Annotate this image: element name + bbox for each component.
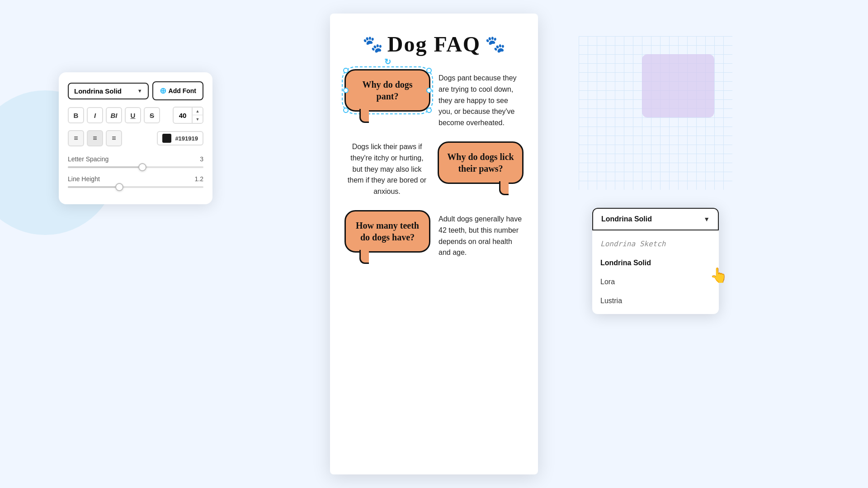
faq-item-2: Why do dogs lick their paws? Dogs lick t… [344,141,524,197]
paw-icon-left: 🐾 [363,35,383,54]
align-row: ≡ ≡ ≡ #191919 [68,130,203,146]
line-height-label: Line Height [68,175,100,183]
line-height-value: 1.2 [195,175,203,183]
italic-button[interactable]: I [87,107,103,123]
color-box [162,134,171,143]
resize-tr-1[interactable] [426,68,432,73]
letter-spacing-label: Letter Spacing [68,155,108,163]
font-selector[interactable]: Londrina Solid ▼ [68,83,149,99]
resize-mr-1[interactable] [426,88,432,93]
letter-spacing-fill [68,166,142,168]
dropdown-item-lora[interactable]: Lora [592,272,719,291]
color-hex: #191919 [175,135,198,142]
faq-bubble-3-wrapper: How many teeth do dogs have? [344,210,430,253]
font-size-value[interactable]: 40 [174,112,192,119]
dropdown-item-lustria[interactable]: Lustria [592,291,719,310]
faq-bubble-1-wrapper: ↻ Why do dogs pant? [344,69,430,112]
line-height-thumb[interactable] [115,183,123,191]
underline-button[interactable]: U [125,107,141,123]
style-buttons-row: B I BI U S 40 ▲ ▼ [68,107,203,124]
letter-spacing-track[interactable] [68,166,203,168]
font-size-arrows: ▲ ▼ [192,108,203,123]
resize-br-1[interactable] [426,108,432,113]
letter-spacing-value: 3 [200,155,203,163]
add-font-button[interactable]: ⊕ Add Font [152,81,203,100]
letter-spacing-section: Letter Spacing 3 [68,155,203,168]
resize-tl-1[interactable] [343,68,349,73]
font-size-control: 40 ▲ ▼ [173,107,203,124]
faq-answer-1: Dogs pant because they are trying to coo… [439,69,524,129]
document-title-row: 🐾 Dog FAQ 🐾 [344,32,524,56]
line-height-fill [68,186,119,188]
align-left-button[interactable]: ≡ [68,130,84,146]
faq-question-3: How many teeth do dogs have? [356,221,419,242]
faq-item-1: ↻ Why do dogs pant? Dogs pant because th… [344,69,524,129]
letter-spacing-label-row: Letter Spacing 3 [68,155,203,163]
dropdown-item-londrina-solid[interactable]: Londrina Solid [592,253,719,272]
bold-button[interactable]: B [68,107,84,123]
line-height-section: Line Height 1.2 [68,175,203,188]
dropdown-item-londrina-sketch[interactable]: Londrina Sketch [592,234,719,253]
faq-answer-3: Adult dogs generally have 42 teeth, but … [439,210,524,258]
dropdown-arrow: ▼ [703,216,710,223]
plus-icon: ⊕ [160,86,166,96]
background-purple-rect [642,54,714,117]
faq-bubble-2-wrapper: Why do dogs lick their paws? [438,141,524,184]
font-dropdown-panel: Londrina Solid ▼ Londrina Sketch Londrin… [592,208,719,314]
paw-icon-right: 🐾 [485,35,505,54]
faq-question-2: Why do dogs lick their paws? [447,152,514,174]
font-selector-arrow: ▼ [137,88,142,94]
resize-ml-1[interactable] [343,88,349,93]
color-swatch[interactable]: #191919 [157,131,203,145]
font-selector-label: Londrina Solid [74,87,122,95]
faq-bubble-2[interactable]: Why do dogs lick their paws? [438,141,524,184]
rotate-handle-1[interactable]: ↻ [382,57,393,68]
dropdown-selected-font: Londrina Solid [601,215,652,223]
document-panel: 🐾 Dog FAQ 🐾 ↻ Why do dogs pant? Dogs pan… [330,14,538,474]
faq-bubble-1[interactable]: ↻ Why do dogs pant? [344,69,430,112]
line-height-track[interactable] [68,186,203,188]
dropdown-header[interactable]: Londrina Solid ▼ [592,208,719,230]
align-center-button[interactable]: ≡ [87,130,103,146]
faq-question-1: Why do dogs pant? [362,80,412,101]
add-font-label: Add Font [169,87,196,94]
font-row: Londrina Solid ▼ ⊕ Add Font [68,81,203,100]
bold-italic-button[interactable]: BI [106,107,122,123]
faq-item-3: How many teeth do dogs have? Adult dogs … [344,210,524,258]
align-right-button[interactable]: ≡ [106,130,122,146]
faq-bubble-3[interactable]: How many teeth do dogs have? [344,210,430,253]
faq-answer-2: Dogs lick their paws if they're itchy or… [344,141,429,197]
font-size-up[interactable]: ▲ [193,108,203,115]
line-height-label-row: Line Height 1.2 [68,175,203,183]
dropdown-list: Londrina Sketch Londrina Solid Lora Lust… [592,230,719,314]
text-format-panel: Londrina Solid ▼ ⊕ Add Font B I BI U S 4… [59,72,212,204]
letter-spacing-thumb[interactable] [138,163,146,171]
document-title: Dog FAQ [387,32,481,56]
font-size-down[interactable]: ▼ [193,115,203,123]
resize-bl-1[interactable] [343,108,349,113]
strikethrough-button[interactable]: S [144,107,160,123]
